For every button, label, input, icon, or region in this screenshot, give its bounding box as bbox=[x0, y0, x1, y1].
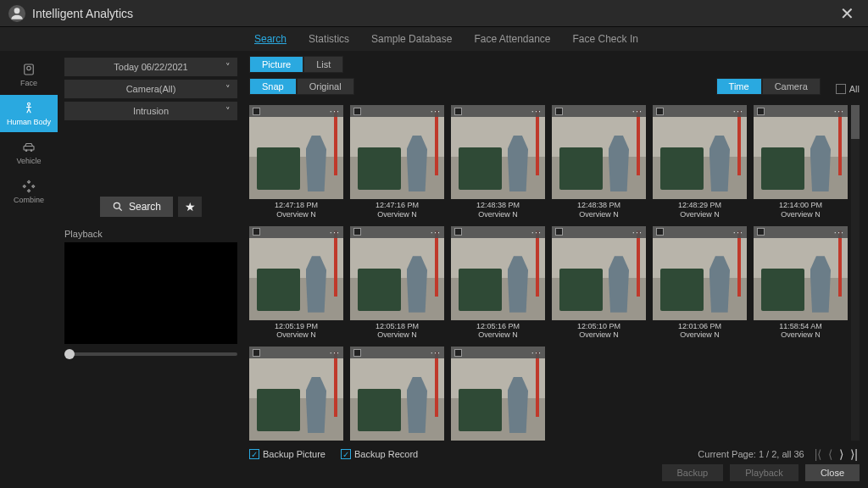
category-rail: Face Human Body Vehicle Combine bbox=[0, 51, 58, 488]
svg-point-6 bbox=[31, 150, 32, 152]
page-last-icon[interactable]: ⟩| bbox=[849, 447, 860, 461]
result-thumbnail[interactable]: ··· 12:48:38 PMOverview N bbox=[451, 105, 545, 219]
playback-slider[interactable] bbox=[64, 352, 237, 359]
page-next-icon[interactable]: ⟩ bbox=[837, 447, 845, 461]
rail-human-body[interactable]: Human Body bbox=[0, 95, 58, 132]
result-thumbnail[interactable]: ··· 12:48:29 PMOverview N bbox=[653, 105, 747, 219]
result-thumbnail[interactable]: ··· 12:47:16 PMOverview N bbox=[350, 105, 444, 219]
thumbnail-time: 12:05:18 PM bbox=[350, 322, 444, 331]
rail-vehicle[interactable]: Vehicle bbox=[0, 134, 58, 171]
result-thumbnail[interactable]: ··· 12:14:00 PMOverview N bbox=[754, 105, 848, 219]
chevron-down-icon: ˅ bbox=[225, 62, 231, 73]
result-thumbnail[interactable]: ··· 12:48:38 PMOverview N bbox=[552, 105, 646, 219]
result-thumbnail[interactable]: ··· bbox=[350, 347, 444, 441]
more-icon[interactable]: ··· bbox=[531, 106, 542, 116]
thumbnail-checkbox[interactable] bbox=[253, 228, 260, 236]
rail-combine[interactable]: Combine bbox=[0, 173, 58, 210]
nav-statistics[interactable]: Statistics bbox=[309, 33, 349, 45]
thumbnail-checkbox[interactable] bbox=[353, 349, 361, 357]
thumbnail-checkbox[interactable] bbox=[555, 108, 563, 115]
toggle-picture[interactable]: Picture bbox=[249, 56, 303, 73]
result-thumbnail[interactable]: ··· 11:58:54 AMOverview N bbox=[754, 226, 848, 341]
favorite-button[interactable]: ★ bbox=[178, 197, 202, 217]
more-icon[interactable]: ··· bbox=[431, 106, 441, 116]
thumbnail-checkbox[interactable] bbox=[656, 108, 664, 115]
result-thumbnail[interactable]: ··· bbox=[249, 347, 343, 441]
backup-button[interactable]: Backup bbox=[662, 464, 724, 481]
page-prev-icon[interactable]: ⟨ bbox=[826, 447, 834, 461]
thumbnail-checkbox[interactable] bbox=[353, 228, 361, 236]
svg-point-0 bbox=[14, 8, 20, 14]
sort-toggle: Time Camera bbox=[716, 78, 821, 95]
thumbnail-checkbox[interactable] bbox=[454, 108, 462, 115]
view-mode-toggle: Picture List bbox=[249, 56, 860, 73]
thumbnail-time: 12:05:10 PM bbox=[552, 322, 646, 331]
thumbnail-checkbox[interactable] bbox=[454, 349, 462, 357]
more-icon[interactable]: ··· bbox=[733, 227, 743, 237]
backup-record-checkbox[interactable]: ✓Backup Record bbox=[341, 449, 418, 459]
more-icon[interactable]: ··· bbox=[834, 106, 844, 116]
nav-face-attendance[interactable]: Face Attendance bbox=[474, 33, 550, 45]
event-dropdown[interactable]: Intrusion ˅ bbox=[64, 102, 237, 120]
thumbnail-camera: Overview N bbox=[653, 330, 747, 340]
thumbnail-checkbox[interactable] bbox=[757, 108, 765, 115]
more-icon[interactable]: ··· bbox=[431, 227, 441, 237]
nav-face-check-in[interactable]: Face Check In bbox=[573, 33, 638, 45]
more-icon[interactable]: ··· bbox=[330, 227, 340, 237]
close-button[interactable]: Close bbox=[805, 464, 860, 481]
result-thumbnail[interactable]: ··· 12:01:06 PMOverview N bbox=[653, 226, 747, 341]
thumbnail-checkbox[interactable] bbox=[253, 108, 260, 115]
toggle-snap[interactable]: Snap bbox=[249, 78, 297, 95]
footer: ✓Backup Picture ✓Backup Record Current P… bbox=[249, 441, 860, 488]
more-icon[interactable]: ··· bbox=[431, 347, 441, 358]
thumbnail-camera: Overview N bbox=[552, 210, 646, 219]
more-icon[interactable]: ··· bbox=[632, 106, 643, 116]
select-all-checkbox[interactable]: All bbox=[836, 84, 860, 94]
thumbnail-checkbox[interactable] bbox=[757, 228, 765, 236]
toggle-camera[interactable]: Camera bbox=[762, 78, 821, 95]
more-icon[interactable]: ··· bbox=[330, 347, 340, 358]
result-thumbnail[interactable]: ··· 12:05:16 PMOverview N bbox=[451, 226, 545, 341]
nav-search[interactable]: Search bbox=[254, 33, 287, 45]
thumbnail-time: 12:47:16 PM bbox=[350, 201, 444, 210]
snap-mode-toggle: Snap Original bbox=[249, 78, 354, 95]
result-thumbnail[interactable]: ··· 12:05:10 PMOverview N bbox=[552, 226, 646, 341]
close-icon[interactable]: ✕ bbox=[835, 3, 860, 24]
toggle-original[interactable]: Original bbox=[297, 78, 354, 95]
thumbnail-camera: Overview N bbox=[350, 210, 444, 219]
result-thumbnail[interactable]: ··· 12:05:18 PMOverview N bbox=[350, 226, 444, 341]
result-thumbnail[interactable]: ··· bbox=[451, 347, 545, 441]
date-dropdown[interactable]: Today 06/22/2021 ˅ bbox=[64, 58, 237, 76]
more-icon[interactable]: ··· bbox=[632, 227, 643, 237]
more-icon[interactable]: ··· bbox=[531, 347, 542, 358]
thumbnail-camera: Overview N bbox=[350, 330, 444, 340]
more-icon[interactable]: ··· bbox=[330, 106, 340, 116]
more-icon[interactable]: ··· bbox=[733, 106, 743, 116]
rail-face[interactable]: Face bbox=[0, 56, 58, 93]
thumbnail-time: 12:48:38 PM bbox=[552, 201, 646, 210]
thumbnail-camera: Overview N bbox=[451, 210, 545, 219]
playback-window[interactable] bbox=[64, 242, 237, 344]
thumbnail-checkbox[interactable] bbox=[555, 228, 563, 236]
toggle-time[interactable]: Time bbox=[716, 78, 762, 95]
page-first-icon[interactable]: |⟨ bbox=[813, 447, 824, 461]
more-icon[interactable]: ··· bbox=[834, 227, 844, 237]
thumbnail-checkbox[interactable] bbox=[656, 228, 664, 236]
thumbnail-checkbox[interactable] bbox=[253, 349, 260, 357]
thumbnail-time: 12:05:16 PM bbox=[451, 322, 545, 331]
camera-dropdown[interactable]: Camera(All) ˅ bbox=[64, 80, 237, 98]
thumbnail-checkbox[interactable] bbox=[454, 228, 462, 236]
playback-button[interactable]: Playback bbox=[730, 464, 798, 481]
search-button[interactable]: Search bbox=[100, 197, 173, 217]
thumbnail-time: 12:14:00 PM bbox=[754, 201, 848, 210]
thumbnail-checkbox[interactable] bbox=[353, 108, 361, 115]
result-thumbnail[interactable]: ··· 12:05:19 PMOverview N bbox=[249, 226, 343, 341]
nav-sample-database[interactable]: Sample Database bbox=[371, 33, 452, 45]
backup-picture-checkbox[interactable]: ✓Backup Picture bbox=[249, 449, 326, 459]
thumbnail-time: 12:47:18 PM bbox=[249, 201, 343, 210]
chevron-down-icon: ˅ bbox=[225, 106, 231, 117]
result-thumbnail[interactable]: ··· 12:47:18 PMOverview N bbox=[249, 105, 343, 219]
more-icon[interactable]: ··· bbox=[531, 227, 542, 237]
scrollbar[interactable] bbox=[851, 105, 860, 441]
toggle-list[interactable]: List bbox=[303, 56, 343, 73]
